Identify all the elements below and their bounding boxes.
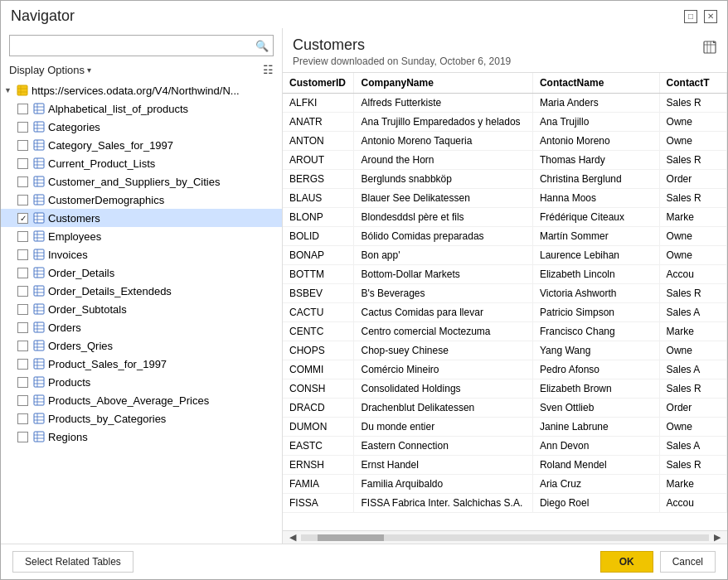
tree-item-checkbox[interactable] [17, 176, 28, 187]
close-icon: ✕ [707, 12, 714, 21]
tree-item[interactable]: Alphabetical_list_of_products [1, 99, 282, 118]
tree-items-container: Alphabetical_list_of_products Categories… [1, 99, 282, 446]
table-cell-company: Bottom-Dollar Markets [354, 265, 532, 284]
table-row[interactable]: BONAPBon app'Laurence LebihanOwne [283, 246, 727, 265]
tree-item-checkbox[interactable] [17, 268, 28, 278]
tree-item-checkbox[interactable] [17, 359, 28, 370]
table-cell-company: Ernst Handel [354, 456, 532, 475]
scroll-right-arrow[interactable]: ▶ [711, 532, 724, 544]
table-row[interactable]: CACTUCactus Comidas para llevarPatricio … [283, 303, 727, 322]
table-cell-id: AROUT [283, 151, 354, 170]
tree-item-checkbox[interactable] [17, 140, 28, 151]
scroll-left-arrow[interactable]: ◀ [286, 532, 299, 544]
table-row[interactable]: AROUTAround the HornThomas HardySales R [283, 151, 727, 170]
tree-item-checkbox[interactable] [17, 413, 28, 424]
table-cell-id: ERNSH [283, 456, 354, 475]
table-cell-id: FISSA [283, 494, 354, 513]
svg-rect-80 [704, 41, 716, 53]
tree-item[interactable]: Current_Product_Lists [1, 154, 282, 172]
table-row[interactable]: ERNSHErnst HandelRoland MendelSales R [283, 456, 727, 475]
horizontal-scrollbar[interactable]: ◀ ▶ [283, 530, 727, 544]
minimize-button[interactable]: □ [684, 10, 697, 23]
table-cell-company: Comércio Mineiro [354, 360, 532, 379]
table-row[interactable]: DUMONDu monde entierJanine LabruneOwne [283, 418, 727, 437]
table-row[interactable]: DRACDDrachenblut DelikatessenSven Ottlie… [283, 399, 727, 418]
svg-rect-40 [34, 268, 44, 278]
minimize-icon: □ [688, 12, 693, 21]
tree-item[interactable]: Products_Above_Average_Prices [1, 391, 282, 409]
table-row[interactable]: CHOPSChop-suey ChineseYang WangOwne [283, 341, 727, 360]
scroll-track[interactable] [301, 534, 709, 541]
tree-item-checkbox[interactable] [17, 432, 28, 442]
select-related-button[interactable]: Select Related Tables [12, 551, 133, 573]
cancel-button[interactable]: Cancel [660, 551, 716, 573]
table-cell-type: Owne [659, 132, 726, 151]
tree-item-label: Orders [48, 321, 81, 334]
tree-item[interactable]: Regions [1, 428, 282, 446]
tree-item-checkbox[interactable] [17, 304, 28, 315]
tree-item-checkbox[interactable] [17, 322, 28, 333]
tree-area[interactable]: ▼ https://services.odata.org/V4/Northwin… [1, 80, 282, 544]
tree-item[interactable]: Products [1, 373, 282, 391]
tree-item[interactable]: Orders_Qries [1, 336, 282, 355]
tree-item[interactable]: Category_Sales_for_1997 [1, 136, 282, 154]
table-icon [32, 211, 46, 225]
search-button[interactable]: 🔍 [251, 35, 273, 56]
preview-export-icon[interactable] [702, 40, 717, 58]
tree-item-checkbox[interactable] [17, 377, 28, 388]
ok-button[interactable]: OK [600, 551, 653, 573]
tree-item[interactable]: Customers [1, 209, 282, 227]
tree-item[interactable]: Order_Details [1, 263, 282, 282]
table-row[interactable]: CONSHConsolidated HoldingsElizabeth Brow… [283, 379, 727, 399]
table-row[interactable]: ANATRAna Trujillo Emparedados y heladosA… [283, 113, 727, 132]
tree-item[interactable]: CustomerDemographics [1, 191, 282, 209]
table-row[interactable]: EASTCEastern ConnectionAnn DevonSales A [283, 437, 727, 456]
table-cell-company: Bon app' [354, 246, 532, 265]
close-button[interactable]: ✕ [704, 10, 717, 23]
table-row[interactable]: BERGSBerglunds snabbköpChristina Berglun… [283, 170, 727, 189]
tree-item-checkbox[interactable] [17, 158, 28, 169]
tree-item[interactable]: Product_Sales_for_1997 [1, 355, 282, 373]
tree-root-item[interactable]: ▼ https://services.odata.org/V4/Northwin… [1, 81, 282, 99]
table-row[interactable]: BLONPBlondesddsl père et filsFrédérique … [283, 208, 727, 227]
table-row[interactable]: COMMIComércio MineiroPedro AfonsoSales A [283, 360, 727, 379]
tree-item-checkbox[interactable] [17, 231, 28, 242]
table-row[interactable]: FAMIAFamilia ArquibaldoAria CruzMarke [283, 475, 727, 494]
tree-item[interactable]: Invoices [1, 245, 282, 263]
tree-item-checkbox[interactable] [17, 195, 28, 205]
tree-item-checkbox[interactable] [17, 213, 28, 224]
tree-item[interactable]: Order_Subtotals [1, 300, 282, 318]
search-input[interactable] [10, 38, 251, 53]
table-cell-company: Alfreds Futterkiste [354, 94, 532, 113]
table-row[interactable]: ANTONAntonio Moreno TaqueriaAntonio More… [283, 132, 727, 151]
table-row[interactable]: BOTTMBottom-Dollar MarketsElizabeth Linc… [283, 265, 727, 284]
table-row[interactable]: ALFKIAlfreds FutterkisteMaria AndersSale… [283, 94, 727, 113]
tree-item-checkbox[interactable] [17, 341, 28, 351]
table-row[interactable]: BLAUSBlauer See DelikatessenHanna MoosSa… [283, 189, 727, 208]
table-cell-type: Owne [659, 418, 726, 437]
tree-item-label: Customer_and_Suppliers_by_Cities [48, 176, 220, 188]
table-row[interactable]: FISSAFISSA Fabrica Inter. Salchichas S.A… [283, 494, 727, 513]
display-options-button[interactable]: Display Options ▾ [9, 64, 91, 76]
tree-item[interactable]: Order_Details_Extendeds [1, 282, 282, 300]
table-cell-company: Blauer See Delikatessen [354, 189, 532, 208]
tree-item[interactable]: Employees [1, 227, 282, 245]
scroll-thumb[interactable] [318, 534, 384, 541]
table-row[interactable]: BOLIDBólido Comidas preparadasMartín Som… [283, 227, 727, 246]
table-row[interactable]: CENTCCentro comercial MoctezumaFrancisco… [283, 322, 727, 341]
table-cell-contact: Frédérique Citeaux [532, 208, 659, 227]
tree-item[interactable]: Products_by_Categories [1, 409, 282, 428]
table-icon [32, 175, 46, 188]
tree-item-checkbox[interactable] [17, 122, 28, 133]
table-row[interactable]: BSBEVB's BeveragesVictoria AshworthSales… [283, 284, 727, 303]
tree-item-checkbox[interactable] [17, 286, 28, 297]
tree-item[interactable]: Orders [1, 318, 282, 336]
display-options-bar: Display Options ▾ ☷ [1, 60, 282, 80]
tree-item-checkbox[interactable] [17, 395, 28, 406]
data-table-wrapper[interactable]: CustomerID CompanyName ContactName Conta… [283, 72, 727, 530]
tree-item-checkbox[interactable] [17, 249, 28, 260]
tree-item[interactable]: Categories [1, 118, 282, 136]
tree-item-checkbox[interactable] [17, 104, 28, 114]
tree-item[interactable]: Customer_and_Suppliers_by_Cities [1, 172, 282, 191]
view-toggle-button[interactable]: ☷ [263, 63, 274, 76]
